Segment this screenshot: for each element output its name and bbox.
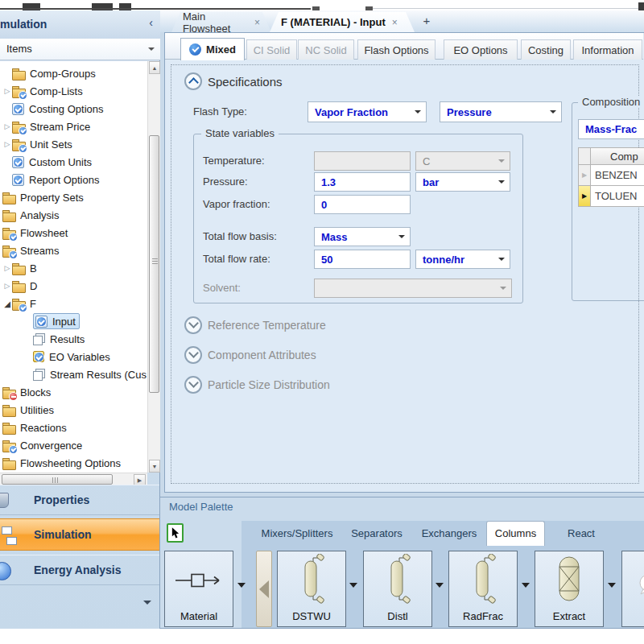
tree-item-costing-options[interactable]: Costing Options	[0, 100, 147, 118]
tree-item-blocks[interactable]: Blocks	[0, 383, 147, 401]
collapse-section-icon[interactable]	[184, 72, 202, 90]
chevron-down-icon[interactable]	[349, 583, 357, 588]
palette-item-dstwu[interactable]: DSTWU	[277, 551, 346, 627]
tree-item-unit-sets[interactable]: ▷ Unit Sets	[0, 135, 147, 153]
chevron-down-icon[interactable]	[436, 583, 444, 588]
expander-collapsed-icon[interactable]: ▷	[2, 87, 12, 95]
palette-scroll-left-button[interactable]	[256, 551, 272, 627]
folder-icon	[2, 421, 15, 434]
tree-item-stream-f-stream-results[interactable]: Stream Results (Cus	[0, 365, 147, 383]
chevron-down-icon[interactable]	[608, 583, 616, 588]
folder-icon	[2, 208, 15, 221]
expander-collapsed-icon[interactable]: ▷	[2, 140, 12, 148]
horizontal-scroll-thumb[interactable]	[2, 474, 113, 485]
palette-item-material[interactable]: Material	[164, 551, 233, 627]
tree-item-reactions[interactable]: Reactions	[0, 419, 147, 436]
chevron-down-icon[interactable]	[522, 583, 530, 588]
tree-item-stream-price[interactable]: ▷ Stream Price	[0, 118, 147, 135]
palette-item-extract[interactable]: Extract	[535, 551, 604, 627]
table-row-benzene[interactable]: BENZEN	[590, 164, 644, 186]
palette-tab-separators[interactable]: Separators	[346, 521, 407, 546]
scroll-right-icon[interactable]: ▶	[134, 474, 146, 485]
expander-collapsed-icon[interactable]: ▷	[2, 122, 12, 130]
tab-flash-options[interactable]: Flash Options	[357, 39, 436, 60]
select-cursor-button[interactable]	[167, 523, 184, 543]
selected-tree-item[interactable]: Input	[33, 313, 80, 329]
palette-tab-columns[interactable]: Columns	[486, 521, 545, 546]
tree-item-utilities[interactable]: Utilities	[0, 401, 147, 419]
folder-icon	[2, 456, 15, 469]
pressure-unit-dropdown[interactable]: bar	[415, 172, 510, 192]
expand-section-icon[interactable]	[184, 316, 202, 334]
tree-item-analysis[interactable]: Analysis	[0, 206, 147, 224]
folder-check-icon	[2, 244, 15, 257]
palette-tab-exchangers[interactable]: Exchangers	[419, 521, 480, 546]
close-tab-icon[interactable]: ×	[254, 17, 260, 28]
total-flow-rate-unit-dropdown[interactable]: tonne/hr	[415, 250, 510, 269]
tree-item-stream-f-eo-variables[interactable]: EO Variables	[0, 348, 147, 365]
tree-item-stream-d[interactable]: ▷ D	[0, 277, 147, 295]
nav-button-energy-analysis[interactable]: Energy Analysis	[0, 555, 159, 585]
tree-item-comp-groups[interactable]: Comp-Groups	[0, 64, 147, 82]
tree-item-flowsheeting-options[interactable]: Flowsheeting Options	[0, 454, 147, 472]
scroll-down-icon[interactable]: ▼	[149, 460, 160, 473]
tab-mixed[interactable]: Mixed	[180, 38, 245, 60]
total-flow-basis-dropdown[interactable]: Mass	[314, 227, 411, 246]
tree-item-comp-lists[interactable]: ▷ Comp-Lists	[0, 82, 147, 100]
vertical-scroll-thumb[interactable]	[149, 135, 159, 393]
flash-type-2-dropdown[interactable]: Pressure	[440, 101, 562, 122]
palette-item-distl[interactable]: Distl	[363, 551, 432, 627]
new-tab-button[interactable]: +	[419, 14, 434, 28]
tab-ci-solid[interactable]: CI Solid	[246, 39, 297, 60]
tree-item-flowsheet[interactable]: Flowsheet	[0, 224, 147, 242]
expander-collapsed-icon[interactable]: ▷	[2, 264, 12, 272]
total-flow-rate-field[interactable]: 50	[314, 250, 411, 269]
scroll-up-icon[interactable]: ▲	[149, 61, 160, 74]
pressure-field[interactable]: 1.3	[314, 172, 411, 192]
tab-costing[interactable]: Costing	[521, 39, 571, 60]
nav-button-simulation[interactable]: Simulation	[0, 518, 159, 551]
tree-item-streams[interactable]: Streams	[0, 242, 147, 259]
tree-horizontal-scrollbar[interactable]: ▶	[0, 473, 147, 485]
chevron-down-icon	[498, 258, 505, 261]
nav-button-properties[interactable]: Properties	[0, 485, 159, 515]
table-corner-cell	[578, 147, 591, 165]
folder-check-icon	[12, 120, 25, 133]
palette-item-radfrac[interactable]: RadFrac	[448, 551, 518, 627]
close-tab-icon[interactable]: ×	[392, 17, 398, 28]
tab-f-material-input[interactable]: F (MATERIAL) - Input ×	[270, 12, 415, 32]
collapse-pane-icon[interactable]: ‹	[149, 16, 153, 29]
vapor-fraction-field[interactable]: 0	[314, 195, 411, 214]
expander-expanded-icon[interactable]: ◢	[2, 299, 12, 308]
palette-tab-reactors[interactable]: React	[549, 521, 613, 546]
palette-item-mult[interactable]: Mult	[621, 551, 644, 627]
composition-basis-dropdown[interactable]: Mass-Frac	[578, 119, 644, 139]
table-header-component: Comp	[590, 147, 644, 165]
window-bottom-edge	[0, 629, 644, 644]
tab-information[interactable]: Information	[573, 39, 642, 60]
tree-vertical-scrollbar[interactable]: ▲ ▼	[147, 61, 160, 473]
expander-collapsed-icon[interactable]: ▷	[2, 282, 12, 290]
tree-item-report-options[interactable]: Report Options	[0, 171, 147, 188]
tree-item-property-sets[interactable]: Property Sets	[0, 188, 147, 206]
palette-tab-mixers-splitters[interactable]: Mixers/Splitters	[258, 521, 336, 546]
tab-eo-options[interactable]: EO Options	[444, 39, 518, 60]
row-marker-active[interactable]: ▶	[578, 185, 591, 207]
tree-item-stream-b[interactable]: ▷ B	[0, 259, 147, 277]
tree-item-stream-f[interactable]: ◢ F	[0, 295, 147, 312]
chevron-down-icon[interactable]	[237, 583, 246, 588]
expand-section-icon[interactable]	[184, 376, 202, 394]
items-filter-dropdown[interactable]: Items	[0, 39, 160, 60]
table-row-toluene[interactable]: TOLUEN	[590, 185, 644, 207]
tab-nc-solid[interactable]: NC Solid	[298, 39, 354, 60]
tab-main-flowsheet[interactable]: Main Flowsheet ×	[171, 12, 271, 32]
tree-item-custom-units[interactable]: Custom Units	[0, 153, 147, 171]
flash-type-1-dropdown[interactable]: Vapor Fraction	[308, 101, 427, 122]
nav-overflow-icon[interactable]	[143, 601, 151, 605]
row-marker[interactable]: ▶	[578, 164, 591, 186]
tree-item-stream-f-results[interactable]: Results	[0, 330, 147, 348]
tree-item-convergence[interactable]: Convergence	[0, 436, 147, 454]
tree-item-stream-f-input[interactable]: Input	[0, 312, 147, 330]
expand-section-icon[interactable]	[184, 346, 202, 364]
folder-blocked-icon	[2, 386, 15, 398]
